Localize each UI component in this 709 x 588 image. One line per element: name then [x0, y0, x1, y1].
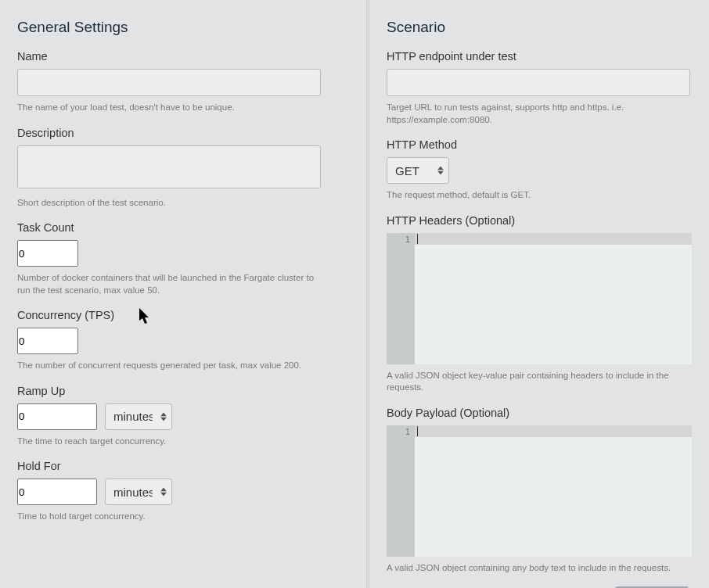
headers-gutter: 1 — [387, 233, 415, 364]
name-label: Name — [17, 50, 347, 63]
method-select[interactable]: GET — [387, 158, 448, 183]
body-body[interactable] — [415, 425, 692, 557]
headers-editor[interactable]: 1 — [387, 233, 692, 364]
method-group: HTTP Method GET The request method, defa… — [387, 138, 692, 202]
hold-for-unit-select-wrap: minutes — [105, 479, 172, 505]
hold-for-label: Hold For — [17, 460, 347, 472]
endpoint-label: HTTP endpoint under test — [387, 50, 692, 63]
description-label: Description — [17, 127, 347, 139]
general-settings-panel: General Settings Name The name of your l… — [0, 0, 366, 588]
line-number: 1 — [405, 427, 410, 437]
line-number: 1 — [405, 235, 410, 245]
headers-help: A valid JSON object key-value pair conta… — [387, 370, 692, 394]
method-help: The request method, default is GET. — [387, 189, 692, 202]
concurrency-label: Concurrency (TPS) — [17, 309, 347, 321]
ramp-up-input[interactable] — [17, 403, 97, 430]
ramp-up-help: The time to reach target concurrency. — [17, 436, 326, 448]
ramp-up-group: Ramp Up minutes The time to reach target… — [17, 385, 347, 448]
description-help: Short description of the test scenario. — [17, 197, 326, 210]
endpoint-help: Target URL to run tests against, support… — [387, 102, 692, 126]
hold-for-help: Time to hold target concurrency. — [17, 511, 326, 523]
name-input[interactable] — [17, 69, 321, 96]
current-line-highlight — [415, 233, 692, 245]
body-gutter: 1 — [387, 425, 415, 557]
headers-group: HTTP Headers (Optional) 1 A valid JSON o… — [387, 214, 692, 394]
endpoint-group: HTTP endpoint under test Target URL to r… — [387, 50, 692, 126]
hold-for-input[interactable] — [17, 479, 97, 505]
hold-for-group: Hold For minutes Time to hold target con… — [17, 460, 347, 523]
method-select-wrap: GET — [387, 157, 449, 184]
name-group: Name The name of your load test, doesn't… — [17, 50, 347, 114]
task-count-help: Number of docker containers that will be… — [17, 272, 326, 296]
task-count-label: Task Count — [17, 221, 347, 234]
text-cursor — [417, 426, 418, 436]
text-cursor — [417, 234, 418, 244]
task-count-input[interactable] — [17, 240, 78, 267]
method-label: HTTP Method — [387, 138, 692, 151]
body-group: Body Payload (Optional) 1 A valid JSON o… — [387, 407, 692, 575]
description-input[interactable] — [17, 145, 321, 188]
concurrency-help: The number of concurrent requests genera… — [17, 360, 326, 372]
body-help: A valid JSON object containing any body … — [387, 562, 692, 575]
description-group: Description Short description of the tes… — [17, 127, 347, 210]
current-line-highlight — [415, 425, 692, 437]
general-settings-title: General Settings — [17, 19, 347, 36]
body-editor[interactable]: 1 — [387, 425, 692, 557]
name-help: The name of your load test, doesn't have… — [17, 102, 326, 114]
headers-body[interactable] — [415, 233, 692, 364]
body-label: Body Payload (Optional) — [387, 407, 692, 419]
ramp-up-unit-select[interactable]: minutes — [106, 404, 171, 429]
scenario-panel: Scenario HTTP endpoint under test Target… — [369, 0, 709, 588]
ramp-up-label: Ramp Up — [17, 385, 347, 397]
task-count-group: Task Count Number of docker containers t… — [17, 221, 347, 296]
ramp-up-unit-select-wrap: minutes — [105, 403, 172, 430]
concurrency-input[interactable] — [17, 328, 78, 354]
scenario-title: Scenario — [387, 19, 692, 36]
hold-for-unit-select[interactable]: minutes — [106, 479, 171, 504]
concurrency-group: Concurrency (TPS) The number of concurre… — [17, 309, 347, 372]
headers-label: HTTP Headers (Optional) — [387, 214, 692, 227]
endpoint-input[interactable] — [387, 69, 690, 96]
